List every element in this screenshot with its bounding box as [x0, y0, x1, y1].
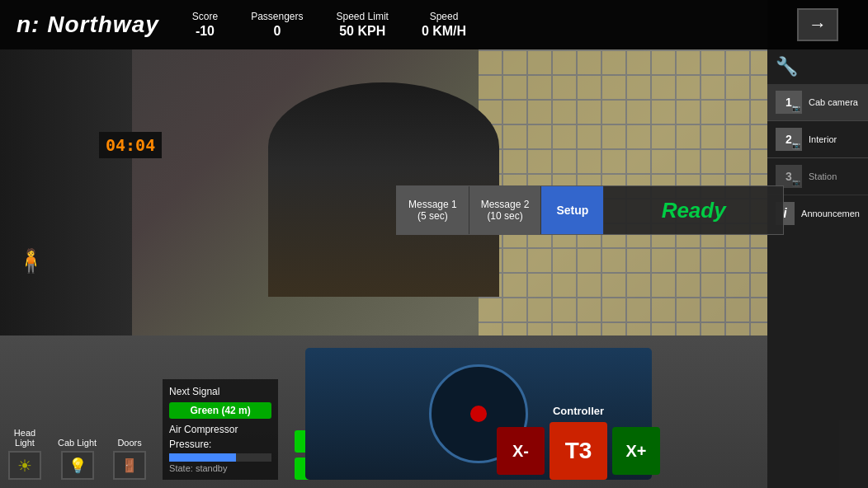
camera-2-label: Interior — [809, 134, 837, 144]
camera-1-number: 1 📷 — [776, 91, 802, 114]
message-overlay: Message 1 (5 sec) Message 2 (10 sec) Set… — [396, 185, 784, 235]
camera-2-button[interactable]: 2 📷 Interior — [767, 121, 868, 158]
speed-limit-value: 50 KPH — [339, 24, 385, 39]
signal-section: Next Signal Green (42 m) Air Compressor … — [163, 379, 278, 480]
passengers-value: 0 — [273, 24, 281, 39]
wrench-area: 🔧 — [767, 49, 868, 84]
head-light-button[interactable]: ☀ — [8, 451, 41, 480]
head-light-label: HeadLight — [14, 428, 35, 448]
x-minus-button[interactable]: X- — [497, 427, 545, 475]
cab-light-icon: 💡 — [68, 457, 87, 475]
digital-clock: 04:04 — [99, 132, 162, 158]
speed-limit-label: Speed Limit — [337, 11, 389, 22]
pressure-bar — [169, 453, 236, 462]
announce-label: Announcemen — [801, 209, 860, 218]
pressure-bar-container — [169, 453, 271, 462]
pressure-label-text: Pressure: — [169, 439, 271, 450]
air-label: Air Compressor — [169, 424, 238, 435]
camera-3-number: 3 📷 — [776, 165, 802, 188]
exit-button[interactable]: → — [797, 8, 838, 41]
doors-label: Doors — [117, 438, 141, 448]
left-dark — [0, 49, 132, 346]
speed-value: 0 KM/H — [422, 24, 466, 39]
air-compressor-title: Air Compressor — [169, 424, 271, 435]
score-label: Score — [192, 11, 218, 22]
camera-1-label: Cab camera — [809, 97, 858, 107]
cab-light-group: Cab Light 💡 — [58, 438, 97, 480]
signal-green-display: Green (42 m) — [169, 402, 271, 419]
game-viewport: R143 04:04 🧍 n: Northway Score -10 Passe… — [0, 0, 868, 488]
ready-display: Ready — [604, 198, 783, 223]
message-1-button[interactable]: Message 1 (5 sec) — [397, 186, 469, 234]
x-plus-button[interactable]: X+ — [612, 427, 660, 475]
page-title: n: Northway — [17, 12, 159, 38]
controller-buttons: X- T3 X+ — [497, 422, 660, 480]
next-signal-title: Next Signal — [169, 386, 271, 397]
headlight-icon: ☀ — [17, 456, 32, 476]
dashboard: HeadLight ☀ Cab Light 💡 Doors 🚪 — [0, 336, 767, 488]
speed-stat: Speed 0 KM/H — [422, 11, 466, 39]
gauge-center — [470, 406, 487, 422]
head-light-group: HeadLight ☀ — [8, 428, 41, 480]
right-panel-top: → — [767, 0, 868, 49]
score-value: -10 — [196, 24, 215, 39]
setup-button[interactable]: Setup — [541, 186, 604, 234]
cab-light-button[interactable]: 💡 — [61, 451, 94, 480]
controller-title: Controller — [553, 405, 604, 417]
passengers-label: Passengers — [251, 11, 303, 22]
speed-label: Speed — [430, 11, 459, 22]
person-icon: 🧍 — [17, 247, 45, 274]
controller-section: Controller X- T3 X+ — [497, 405, 660, 480]
message-2-button[interactable]: Message 2 (10 sec) — [469, 186, 542, 234]
right-panel: → 🔧 1 📷 Cab camera 2 📷 Interior 3 📷 Stat… — [767, 0, 868, 488]
camera-3-label: Station — [809, 171, 837, 181]
door-icon: 🚪 — [121, 458, 138, 473]
top-bar: n: Northway Score -10 Passengers 0 Speed… — [0, 0, 767, 49]
score-stat: Score -10 — [192, 11, 218, 39]
speed-limit-stat: Speed Limit 50 KPH — [337, 11, 389, 39]
t3-button[interactable]: T3 — [550, 422, 607, 480]
camera-2-number: 2 📷 — [776, 128, 802, 151]
doors-button[interactable]: 🚪 — [113, 451, 146, 480]
passengers-stat: Passengers 0 — [251, 11, 303, 39]
wrench-icon[interactable]: 🔧 — [776, 56, 798, 77]
cab-light-label: Cab Light — [58, 438, 97, 448]
doors-group: Doors 🚪 — [113, 438, 146, 480]
state-text: State: standby — [169, 463, 271, 473]
camera-1-button[interactable]: 1 📷 Cab camera — [767, 84, 868, 121]
